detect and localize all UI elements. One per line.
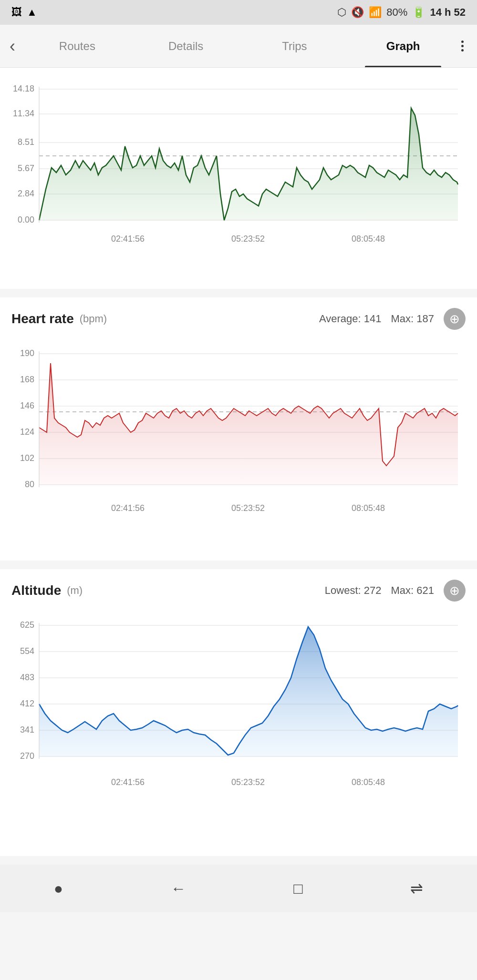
svg-text:625: 625 — [20, 620, 34, 630]
svg-text:412: 412 — [20, 699, 34, 708]
mute-icon: 🔇 — [351, 6, 364, 19]
tab-routes[interactable]: Routes — [23, 25, 132, 67]
dot2 — [461, 45, 464, 47]
svg-text:0.00: 0.00 — [18, 215, 34, 225]
heart-rate-title: Heart rate — [11, 311, 74, 327]
svg-text:8.51: 8.51 — [18, 137, 34, 147]
altitude-title: Altitude — [11, 583, 61, 598]
wifi-icon: 📶 — [369, 6, 382, 19]
svg-text:146: 146 — [20, 401, 34, 410]
svg-text:05:23:52: 05:23:52 — [231, 777, 265, 787]
status-time: 14 h 52 — [430, 6, 466, 19]
battery-icon: 🔋 — [412, 6, 425, 19]
altitude-zoom-button[interactable]: ⊕ — [444, 580, 466, 602]
svg-text:341: 341 — [20, 725, 34, 735]
speed-chart-area: 14.18 11.34 8.51 5.67 2.84 0.00 — [0, 68, 477, 284]
heart-rate-chart-area: 190 168 146 124 102 80 — [0, 335, 477, 561]
svg-text:02:41:56: 02:41:56 — [111, 777, 145, 787]
heart-rate-unit: (bpm) — [80, 313, 107, 325]
bottom-split-button[interactable]: ⇌ — [410, 879, 423, 898]
altitude-lowest: Lowest: 272 — [325, 584, 382, 597]
heart-rate-max: Max: 187 — [391, 313, 435, 325]
tab-details[interactable]: Details — [132, 25, 240, 67]
svg-text:11.34: 11.34 — [13, 109, 34, 118]
more-menu-button[interactable] — [457, 41, 467, 51]
altitude-area — [39, 627, 458, 756]
svg-text:5.67: 5.67 — [18, 163, 34, 173]
svg-text:190: 190 — [20, 348, 34, 358]
svg-text:554: 554 — [20, 646, 34, 656]
altitude-header: Altitude (m) Lowest: 272 Max: 621 ⊕ — [0, 569, 477, 606]
altitude-max: Max: 621 — [391, 584, 435, 597]
tab-graph[interactable]: Graph — [349, 25, 457, 67]
image-icon: 🖼 — [11, 6, 22, 19]
bottom-back-button[interactable]: ← — [171, 880, 186, 898]
svg-text:02:41:56: 02:41:56 — [111, 503, 145, 513]
svg-text:80: 80 — [25, 480, 34, 489]
heart-rate-avg: Average: 141 — [319, 313, 381, 325]
heart-rate-header: Heart rate (bpm) Average: 141 Max: 187 ⊕ — [0, 297, 477, 335]
svg-text:483: 483 — [20, 673, 34, 682]
svg-text:102: 102 — [20, 453, 34, 463]
altitude-unit: (m) — [67, 584, 83, 597]
tab-trips[interactable]: Trips — [240, 25, 349, 67]
svg-text:02:41:56: 02:41:56 — [111, 234, 145, 244]
svg-text:2.84: 2.84 — [18, 189, 34, 198]
nav-bar: ‹ Routes Details Trips Graph — [0, 25, 477, 68]
nav-tabs: Routes Details Trips Graph — [23, 25, 457, 67]
speed-section: 14.18 11.34 8.51 5.67 2.84 0.00 — [0, 68, 477, 289]
bluetooth-icon: ⬡ — [337, 6, 346, 19]
svg-text:08:05:48: 08:05:48 — [352, 503, 385, 513]
svg-text:08:05:48: 08:05:48 — [352, 234, 385, 244]
bottom-home-button[interactable]: ● — [54, 880, 63, 898]
altitude-chart-svg: 625 554 483 412 341 270 — [0, 611, 477, 826]
bottom-nav: ● ← □ ⇌ — [0, 865, 477, 912]
speed-area — [39, 108, 458, 220]
dot3 — [461, 49, 464, 51]
svg-text:05:23:52: 05:23:52 — [231, 503, 265, 513]
status-right: ⬡ 🔇 📶 80% 🔋 14 h 52 — [337, 6, 466, 19]
heart-rate-zoom-button[interactable]: ⊕ — [444, 308, 466, 330]
heart-rate-section: Heart rate (bpm) Average: 141 Max: 187 ⊕… — [0, 297, 477, 561]
speed-chart-svg: 14.18 11.34 8.51 5.67 2.84 0.00 — [0, 72, 477, 254]
dot1 — [461, 41, 464, 43]
back-button[interactable]: ‹ — [10, 36, 23, 56]
altitude-chart-area: 625 554 483 412 341 270 — [0, 606, 477, 856]
svg-text:05:23:52: 05:23:52 — [231, 234, 265, 244]
heart-rate-chart-svg: 190 168 146 124 102 80 — [0, 339, 477, 530]
status-bar: 🖼 ▲ ⬡ 🔇 📶 80% 🔋 14 h 52 — [0, 0, 477, 25]
svg-text:14.18: 14.18 — [13, 84, 34, 93]
svg-text:124: 124 — [20, 427, 34, 437]
altitude-section: Altitude (m) Lowest: 272 Max: 621 ⊕ 625 … — [0, 569, 477, 856]
heart-rate-area — [39, 363, 458, 485]
status-left: 🖼 ▲ — [11, 6, 37, 19]
altitude-stats: Lowest: 272 Max: 621 ⊕ — [325, 580, 466, 602]
heart-rate-stats: Average: 141 Max: 187 ⊕ — [319, 308, 466, 330]
svg-text:270: 270 — [20, 751, 34, 761]
svg-text:08:05:48: 08:05:48 — [352, 777, 385, 787]
nav-icon: ▲ — [27, 6, 37, 19]
bottom-recents-button[interactable]: □ — [293, 880, 302, 898]
svg-text:168: 168 — [20, 375, 34, 384]
battery-text: 80% — [386, 6, 407, 19]
